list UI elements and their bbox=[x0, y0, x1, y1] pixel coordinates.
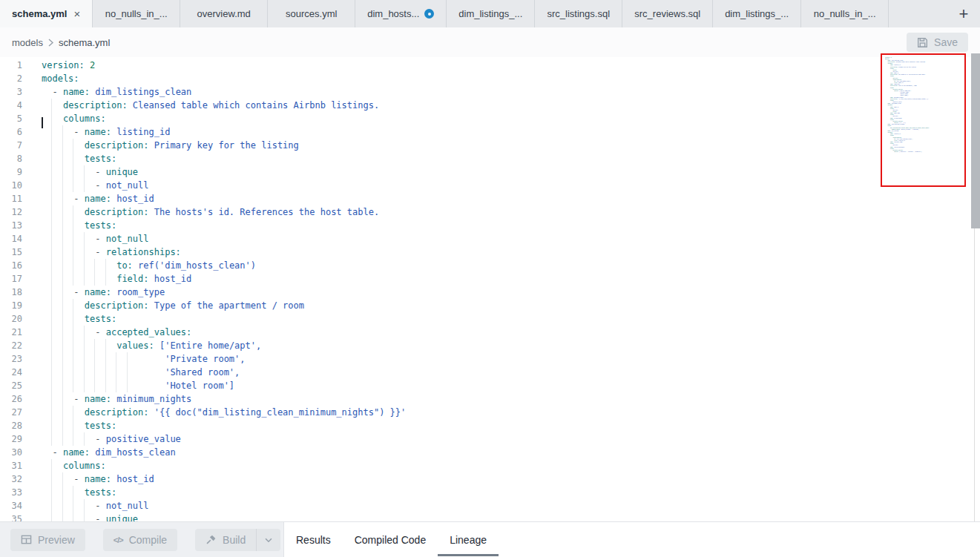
code-line-20[interactable]: 20 tests: bbox=[0, 312, 980, 326]
code-line-29[interactable]: 29 - positive_value bbox=[0, 432, 980, 446]
code-text: tests: bbox=[22, 419, 980, 432]
code-text: tests: bbox=[22, 312, 980, 326]
code-line-3[interactable]: 3 - name: dim_listings_clean bbox=[0, 85, 980, 99]
line-number: 34 bbox=[0, 499, 22, 512]
code-line-4[interactable]: 4 description: Cleansed table which cont… bbox=[0, 99, 980, 112]
tab-no-nulls-in[interactable]: no_nulls_in_... bbox=[93, 0, 180, 27]
code-line-8[interactable]: 8 tests: bbox=[0, 152, 980, 165]
tab-overview-md[interactable]: overview.md bbox=[180, 0, 268, 27]
code-text: - name: dim_listings_clean bbox=[22, 85, 980, 99]
code-line-12[interactable]: 12 description: The hosts's id. Referenc… bbox=[0, 205, 980, 219]
code-line-7[interactable]: 7 description: Primary key for the listi… bbox=[0, 139, 980, 152]
code-line-34[interactable]: 34 - not_null bbox=[0, 499, 980, 512]
line-number: 14 bbox=[0, 232, 22, 245]
line-number: 31 bbox=[0, 459, 22, 472]
code-text: 'Hotel room'] bbox=[22, 379, 980, 392]
build-dropdown-button[interactable] bbox=[256, 529, 280, 551]
dbt-ide-window: schema.yml×no_nulls_in_...overview.mdsou… bbox=[0, 0, 980, 557]
tab-sources-yml[interactable]: sources.yml bbox=[268, 0, 355, 27]
code-line-25[interactable]: 25 'Hotel room'] bbox=[0, 379, 980, 392]
editor-scrollbar[interactable] bbox=[970, 53, 980, 521]
tab-dim-listings[interactable]: dim_listings_... bbox=[447, 0, 535, 27]
code-line-19[interactable]: 19 description: Type of the apartment / … bbox=[0, 299, 980, 312]
tab-label: sources.yml bbox=[286, 8, 337, 19]
scrollbar-thumb[interactable] bbox=[971, 53, 980, 228]
line-number: 9 bbox=[0, 165, 22, 179]
line-number: 5 bbox=[0, 112, 22, 125]
tab-no-nulls-in[interactable]: no_nulls_in_... bbox=[801, 0, 889, 27]
code-line-24[interactable]: 24 'Shared room', bbox=[0, 366, 980, 379]
code-line-16[interactable]: 16 to: ref('dim_hosts_clean') bbox=[0, 259, 980, 272]
build-button[interactable]: Build bbox=[195, 529, 256, 551]
code-text: tests: bbox=[22, 152, 980, 165]
panel-tab-compiled-code[interactable]: Compiled Code bbox=[343, 522, 438, 557]
code-line-18[interactable]: 18 - name: room_type bbox=[0, 286, 980, 299]
panel-tab-lineage[interactable]: Lineage bbox=[438, 522, 499, 557]
line-number: 13 bbox=[0, 219, 22, 232]
action-buttons: Preview</>CompileBuild bbox=[0, 522, 284, 557]
code-line-11[interactable]: 11 - name: host_id bbox=[0, 192, 980, 205]
new-tab-button[interactable]: + bbox=[953, 4, 974, 24]
file-tab-bar: schema.yml×no_nulls_in_...overview.mdsou… bbox=[0, 0, 980, 27]
code-line-6[interactable]: 6 - name: listing_id bbox=[0, 125, 980, 139]
code-line-9[interactable]: 9 - unique bbox=[0, 165, 980, 179]
code-line-1[interactable]: 1version: 2 bbox=[0, 59, 980, 72]
code-line-17[interactable]: 17 field: host_id bbox=[0, 272, 980, 286]
tab-dim-hosts[interactable]: dim_hosts... bbox=[355, 0, 447, 27]
code-line-23[interactable]: 23 'Private room', bbox=[0, 352, 980, 366]
line-number: 27 bbox=[0, 406, 22, 419]
panel-tab-results[interactable]: Results bbox=[284, 522, 343, 557]
tab-src-reviews-sql[interactable]: src_reviews.sql bbox=[622, 0, 713, 27]
code-line-14[interactable]: 14 - not_null bbox=[0, 232, 980, 245]
code-text: 'Shared room', bbox=[22, 366, 980, 379]
compile-button[interactable]: </>Compile bbox=[103, 529, 177, 551]
code-line-22[interactable]: 22 values: ['Entire home/apt', bbox=[0, 339, 980, 352]
code-line-28[interactable]: 28 tests: bbox=[0, 419, 980, 432]
code-text: models: bbox=[22, 72, 980, 85]
modified-dot-icon bbox=[424, 9, 434, 19]
code-text: - not_null bbox=[22, 499, 980, 512]
build-button-label: Build bbox=[223, 534, 246, 546]
code-line-15[interactable]: 15 - relationships: bbox=[0, 245, 980, 259]
code-line-10[interactable]: 10 - not_null bbox=[0, 179, 980, 192]
close-icon[interactable]: × bbox=[73, 7, 80, 20]
code-line-33[interactable]: 33 tests: bbox=[0, 486, 980, 499]
code-editor[interactable]: 1version: 22models:3 - name: dim_listing… bbox=[0, 57, 980, 521]
code-text: 'Private room', bbox=[22, 352, 980, 366]
code-line-5[interactable]: 5 columns: bbox=[0, 112, 980, 125]
code-line-26[interactable]: 26 - name: minimum_nights bbox=[0, 392, 980, 406]
preview-button[interactable]: Preview bbox=[10, 529, 85, 551]
code-line-27[interactable]: 27 description: '{{ doc("dim_listing_cle… bbox=[0, 406, 980, 419]
code-line-60[interactable]: values: ['positive', 'neutral', 'negativ… bbox=[885, 151, 935, 152]
code-line-35[interactable]: 35 - unique bbox=[0, 512, 980, 521]
code-text: - positive_value bbox=[22, 432, 980, 446]
compile-button-label: Compile bbox=[129, 534, 167, 546]
tab-label: dim_listings_... bbox=[725, 8, 789, 19]
tab-src-listings-sql[interactable]: src_listings.sql bbox=[535, 0, 622, 27]
line-number: 23 bbox=[0, 352, 22, 366]
tab-schema-yml[interactable]: schema.yml× bbox=[0, 0, 93, 27]
preview-grid-icon bbox=[21, 534, 32, 545]
breadcrumb-folder[interactable]: models bbox=[12, 37, 43, 48]
tab-label: dim_listings_... bbox=[458, 8, 522, 19]
code-line-21[interactable]: 21 - accepted_values: bbox=[0, 326, 980, 339]
tab-dim-listings[interactable]: dim_listings_... bbox=[713, 0, 801, 27]
line-number: 18 bbox=[0, 286, 22, 299]
bottom-bar: Preview</>CompileBuild ResultsCompiled C… bbox=[0, 521, 980, 557]
line-number: 11 bbox=[0, 192, 22, 205]
code-line-13[interactable]: 13 tests: bbox=[0, 219, 980, 232]
code-line-31[interactable]: 31 columns: bbox=[0, 459, 980, 472]
code-line-30[interactable]: 30 - name: dim_hosts_clean bbox=[0, 446, 980, 459]
result-panel-tabs: ResultsCompiled CodeLineage bbox=[284, 522, 499, 557]
line-number: 21 bbox=[0, 326, 22, 339]
minimap-code: version: 2models: - name: dim_listings_c… bbox=[885, 56, 935, 153]
code-line-32[interactable]: 32 - name: host_id bbox=[0, 472, 980, 486]
line-number: 4 bbox=[0, 99, 22, 112]
line-number: 33 bbox=[0, 486, 22, 499]
chevron-right-icon bbox=[47, 39, 54, 47]
code-text: - unique bbox=[22, 165, 980, 179]
line-number: 7 bbox=[0, 139, 22, 152]
code-line-2[interactable]: 2models: bbox=[0, 72, 980, 85]
minimap[interactable]: version: 2models: - name: dim_listings_c… bbox=[881, 53, 966, 187]
save-button[interactable]: Save bbox=[907, 33, 968, 52]
